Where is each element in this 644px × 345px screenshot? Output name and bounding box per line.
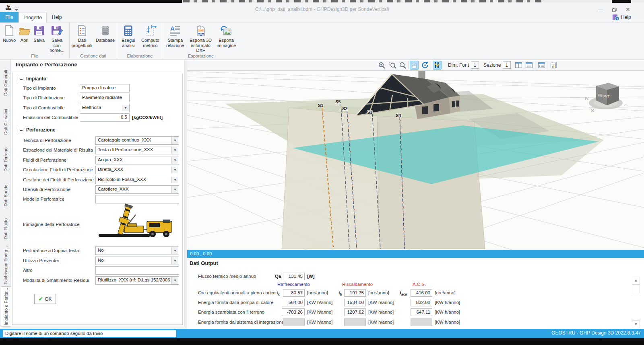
ribbon-group-esportazione: A Stampa relazione DXF <box>163 23 239 59</box>
chevron-down-icon[interactable]: ▼ <box>171 186 178 193</box>
single-view-button[interactable] <box>524 61 533 70</box>
sidebar-tab-dati-sonde[interactable]: Dati Sonde <box>0 180 10 211</box>
salva-button[interactable]: Salva <box>32 23 46 52</box>
computo-metrico-button[interactable]: Computo metrico <box>140 23 161 52</box>
zoom-window-button[interactable] <box>388 61 397 70</box>
sidebar-tab-dati-fluido[interactable]: Dati Fluido <box>0 214 10 244</box>
chevron-down-icon[interactable]: ▼ <box>171 147 178 154</box>
estrazione-select[interactable]: Testa di Perforazione_XXX▼ <box>95 146 179 154</box>
utensili-select[interactable]: Carotiere_XXX▼ <box>95 185 179 194</box>
tc-value[interactable]: 80.57 <box>283 289 305 297</box>
project-data-checklist-icon <box>76 25 88 37</box>
stampa-relazione-button[interactable]: A Stampa relazione <box>165 23 186 52</box>
tacs-value[interactable]: 416.00 <box>411 289 432 297</box>
borehole-label-s1[interactable]: S1 <box>318 103 323 108</box>
pan-button[interactable] <box>410 61 419 70</box>
drill-rig-image <box>95 203 180 243</box>
sidebar-tab-dati-terreno[interactable]: Dati Terreno <box>0 142 10 177</box>
scrollbar-thumb[interactable] <box>632 284 640 293</box>
zoom-button[interactable] <box>398 61 407 70</box>
split-view-icon <box>515 62 522 69</box>
field-label: Emissioni del Combustibile <box>23 113 78 121</box>
borehole-label-s5[interactable]: S5 <box>335 99 341 104</box>
view-cube-south-label[interactable]: S <box>591 108 594 113</box>
chevron-down-icon[interactable]: ▼ <box>171 177 178 183</box>
split-view-button[interactable] <box>514 61 523 70</box>
doppia-testa-select[interactable]: No▼ <box>95 246 179 255</box>
gestione-fluidi-select[interactable]: Ricircolo in Fossa_XXX▼ <box>95 176 179 184</box>
integrazione-raff-value <box>283 318 305 326</box>
pompa-acs-value[interactable]: 832.00 <box>411 299 432 306</box>
chevron-down-icon[interactable]: ▼ <box>171 247 178 254</box>
qa-symbol: Qa <box>275 273 281 280</box>
sezione-input[interactable]: 1 <box>503 61 511 69</box>
tab-file[interactable]: File <box>0 12 19 23</box>
ok-button[interactable]: ✔ OK <box>34 294 56 304</box>
preventer-select[interactable]: No▼ <box>95 257 179 265</box>
smaltimento-select[interactable]: Riutilizzo_XXX (rif: D.Lgs 152/2006 e s▼ <box>95 276 179 285</box>
field-label: Gestione dei Fluidi di Perforazione <box>23 176 94 184</box>
fluidi-select[interactable]: Acqua_XXX▼ <box>95 156 179 164</box>
viewport-3d[interactable]: S1 S5 S2 S3 S4 FRONT S E W <box>187 71 644 250</box>
circolazione-select[interactable]: Diretta_XXX▼ <box>95 166 179 174</box>
field-label: Modalità di Smaltimento Residui <box>23 276 89 284</box>
apri-button[interactable]: Apri <box>17 23 31 52</box>
salva-con-nome-button[interactable]: Salva con nome... <box>46 23 68 53</box>
tab-progetto[interactable]: Progetto <box>19 12 47 23</box>
zoom-extents-button[interactable] <box>377 61 386 70</box>
sidebar-tab-dati-generali[interactable]: Dati Generali <box>0 65 10 101</box>
qa-value[interactable]: 131.45 <box>283 273 305 280</box>
sidebar-tab-dati-climatici[interactable]: Dati Climatici <box>0 104 10 140</box>
boreholes-toggle-button[interactable] <box>433 61 442 70</box>
collapse-perforazione-icon[interactable] <box>19 128 23 132</box>
chevron-down-icon[interactable]: ▼ <box>171 166 178 173</box>
scrollbar-up-button[interactable]: ▲ <box>632 277 640 284</box>
tipo-distribuzione-input[interactable]: Pavimento radiante <box>80 94 130 102</box>
orbit-button[interactable] <box>421 61 429 70</box>
terreno-raff-value[interactable]: -703.26 <box>282 308 305 316</box>
tipo-combustibile-select[interactable]: Elettricità ▼ <box>80 104 130 112</box>
esporta-immagine-button[interactable]: Esporta immagine <box>215 23 237 52</box>
report-view-button[interactable] <box>549 61 558 70</box>
impianto-perforazione-panel: Impianto e Perforazione Impianto Tipo di… <box>11 60 184 327</box>
legend-panel-button[interactable] <box>537 61 546 70</box>
pompa-risc-value[interactable]: 1534.00 <box>344 299 366 306</box>
command-input[interactable]: Digitare il nome di un comando seguito d… <box>3 330 176 337</box>
tab-help[interactable]: Help <box>47 12 67 23</box>
dim-font-input[interactable]: 1 <box>471 61 479 69</box>
scrollbar-down-button[interactable]: ▼ <box>632 320 640 328</box>
sidebar-tab-impianto-e-perforazione[interactable]: Impianto e Perfor... <box>1 286 11 327</box>
dati-progettuali-button[interactable]: Dati progettuali <box>71 23 93 52</box>
view-cube-west-label[interactable]: W <box>585 97 589 101</box>
borehole-label-s4[interactable]: S4 <box>396 113 401 118</box>
modello-perforatrice-input[interactable] <box>95 195 179 203</box>
field-label: Fluidi di Perforazione <box>23 156 66 164</box>
pompa-raff-value[interactable]: -564.00 <box>282 299 305 306</box>
field-label: Modello Perforatrice <box>23 195 64 203</box>
esegui-analisi-button[interactable]: Esegui analisi <box>119 23 138 52</box>
view-cube-east-label[interactable]: E <box>624 103 627 107</box>
borehole-label-s2[interactable]: S2 <box>342 106 347 111</box>
chevron-down-icon[interactable]: ▼ <box>171 257 178 264</box>
terreno-risc-value[interactable]: 1207.62 <box>344 308 366 316</box>
borehole-label-s3[interactable]: S3 <box>367 110 372 115</box>
sidebar-tab-fabbisogni-energ[interactable]: Fabbisogni Energ... <box>0 246 10 284</box>
collapse-impianto-icon[interactable] <box>19 77 23 81</box>
chevron-down-icon[interactable]: ▼ <box>171 277 178 284</box>
chevron-down-icon[interactable]: ▼ <box>171 137 178 144</box>
section-impianto: Impianto <box>19 76 46 82</box>
field-label: Circolazione Fluidi di Perforazione <box>23 166 93 174</box>
altro-input[interactable] <box>95 266 179 275</box>
tipo-impianto-input[interactable]: Pompa di calore <box>80 84 130 92</box>
chevron-down-icon[interactable]: ▼ <box>122 105 129 111</box>
th-value[interactable]: 191.75 <box>344 289 366 297</box>
nuovo-button[interactable]: Nuovo <box>2 23 17 52</box>
help-button[interactable]: ? Help <box>612 13 631 22</box>
hand-pan-icon <box>411 62 418 69</box>
tecnica-perforazione-select[interactable]: Carotaggio continuo_XXX▼ <box>95 136 179 145</box>
emissioni-input[interactable]: 0.5 <box>80 113 130 122</box>
chevron-down-icon[interactable]: ▼ <box>171 157 178 164</box>
esporta-dxf-button[interactable]: DXF Esporta 3D in formato DXF <box>187 23 215 53</box>
database-button[interactable]: Database <box>95 23 116 52</box>
terreno-acs-value[interactable]: 647.11 <box>411 308 432 316</box>
